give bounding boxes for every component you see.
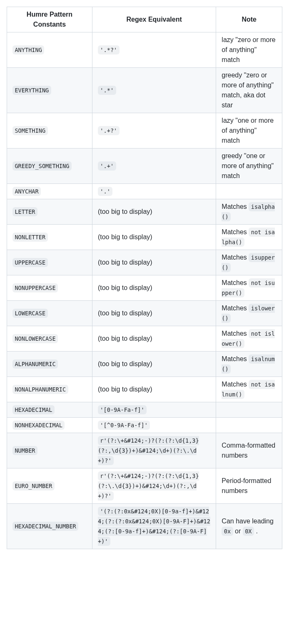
- cell-constant: LOWERCASE: [7, 301, 92, 326]
- note-text: Period-formatted numbers: [222, 477, 271, 494]
- table-row: NONLOWERCASE(too big to display)Matches …: [7, 326, 282, 352]
- note-text: Matches: [222, 254, 249, 261]
- note-text: Can have leading: [222, 518, 274, 525]
- note-text: or: [233, 528, 243, 535]
- cell-constant: EVERYTHING: [7, 68, 92, 113]
- constant-code: ANYCHAR: [12, 187, 41, 196]
- cell-constant: NONLETTER: [7, 225, 92, 250]
- table-row: NONLETTER(too big to display)Matches not…: [7, 225, 282, 250]
- regex-code: '.+?': [98, 126, 120, 135]
- cell-constant: GREEDY_SOMETHING: [7, 149, 92, 184]
- header-constants: Humre Pattern Constants: [7, 7, 92, 32]
- cell-constant: NONALPHANUMERIC: [7, 377, 92, 402]
- cell-regex: (too big to display): [92, 199, 216, 225]
- constant-code: HEXADECIMAL: [12, 405, 55, 414]
- cell-constant: HEXADECIMAL: [7, 402, 92, 418]
- cell-note: Can have leading 0x or 0X .: [216, 504, 282, 549]
- constant-code: NONALPHANUMERIC: [12, 385, 68, 394]
- table-row: NONHEXADECIMAL'[^0-9A-Fa-f]': [7, 418, 282, 433]
- note-text: greedy "zero or more of anything" match,…: [222, 72, 274, 109]
- note-text: Matches: [222, 330, 249, 337]
- regex-code: '[^0-9A-Fa-f]': [98, 421, 150, 429]
- cell-note: Matches not isalnum(): [216, 377, 282, 402]
- cell-note: Matches isupper(): [216, 250, 282, 275]
- cell-constant: HEXADECIMAL_NUMBER: [7, 504, 92, 549]
- cell-constant: ANYTHING: [7, 32, 92, 68]
- cell-regex: (too big to display): [92, 225, 216, 250]
- constant-code: ANYTHING: [12, 45, 44, 54]
- cell-note: lazy "one or more of anything" match: [216, 113, 282, 149]
- cell-note: [216, 418, 282, 433]
- regex-code: '.*': [98, 86, 116, 94]
- cell-note: greedy "zero or more of anything" match,…: [216, 68, 282, 113]
- note-code: 0x: [222, 527, 233, 535]
- table-row: EURO_NUMBERr'(?:\+&#124;-)?(?:(?:\d{1,3}…: [7, 468, 282, 504]
- cell-note: Matches not isalpha(): [216, 225, 282, 250]
- regex-text: (too big to display): [98, 360, 152, 367]
- regex-code: r'(?:\+&#124;-)?(?:(?:\d{1,3}(?:,\d{3})+…: [98, 436, 199, 465]
- cell-regex: (too big to display): [92, 301, 216, 326]
- table-row: NUMBERr'(?:\+&#124;-)?(?:(?:\d{1,3}(?:,\…: [7, 433, 282, 468]
- constant-code: EURO_NUMBER: [12, 481, 55, 490]
- note-text: greedy "one or more of anything" match: [222, 152, 274, 179]
- constant-code: HEXADECIMAL_NUMBER: [12, 522, 78, 530]
- cell-note: Period-formatted numbers: [216, 468, 282, 504]
- regex-code: '(?:(?:0x&#124;0X)[0-9a-f]+)&#124;(?:(?:…: [98, 507, 210, 545]
- constant-code: NONLOWERCASE: [12, 334, 58, 343]
- table-row: LOWERCASE(too big to display)Matches isl…: [7, 301, 282, 326]
- table-header-row: Humre Pattern Constants Regex Equivalent…: [7, 7, 282, 32]
- constant-code: LOWERCASE: [12, 309, 48, 317]
- cell-note: Matches not isupper(): [216, 275, 282, 301]
- cell-note: [216, 184, 282, 199]
- cell-note: Comma-formatted numbers: [216, 433, 282, 468]
- regex-text: (too big to display): [98, 233, 152, 240]
- regex-code: '.+': [98, 161, 116, 170]
- cell-note: Matches isalpha(): [216, 199, 282, 225]
- regex-text: (too big to display): [98, 386, 152, 393]
- cell-regex: '.*': [92, 68, 216, 113]
- constant-code: NUMBER: [12, 446, 37, 455]
- cell-regex: '(?:(?:0x&#124;0X)[0-9a-f]+)&#124;(?:(?:…: [92, 504, 216, 549]
- cell-note: Matches islower(): [216, 301, 282, 326]
- constant-code: NONHEXADECIMAL: [12, 421, 65, 429]
- constant-code: ALPHANUMERIC: [12, 359, 58, 368]
- header-regex: Regex Equivalent: [92, 7, 216, 32]
- regex-text: (too big to display): [98, 284, 152, 291]
- cell-regex: (too big to display): [92, 250, 216, 275]
- constant-code: LETTER: [12, 207, 37, 216]
- table-row: LETTER(too big to display)Matches isalph…: [7, 199, 282, 225]
- constants-table: Humre Pattern Constants Regex Equivalent…: [7, 7, 282, 549]
- cell-regex: '[^0-9A-Fa-f]': [92, 418, 216, 433]
- cell-constant: NONHEXADECIMAL: [7, 418, 92, 433]
- regex-text: (too big to display): [98, 208, 152, 215]
- header-note: Note: [216, 7, 282, 32]
- note-text: Matches: [222, 355, 249, 362]
- note-text: lazy "one or more of anything" match: [222, 117, 274, 144]
- table-row: NONUPPERCASE(too big to display)Matches …: [7, 275, 282, 301]
- cell-constant: LETTER: [7, 199, 92, 225]
- cell-constant: NONUPPERCASE: [7, 275, 92, 301]
- regex-text: (too big to display): [98, 259, 152, 266]
- cell-regex: (too big to display): [92, 326, 216, 352]
- note-text: Comma-formatted numbers: [222, 442, 275, 459]
- cell-regex: (too big to display): [92, 275, 216, 301]
- constant-code: NONLETTER: [12, 233, 48, 241]
- cell-note: Matches not islower(): [216, 326, 282, 352]
- table-row: ANYCHAR'.': [7, 184, 282, 199]
- note-code: 0X: [243, 527, 254, 535]
- table-row: ANYTHING'.*?'lazy "zero or more of anyth…: [7, 32, 282, 68]
- table-row: UPPERCASE(too big to display)Matches isu…: [7, 250, 282, 275]
- constant-code: EVERYTHING: [12, 86, 51, 94]
- constant-code: SOMETHING: [12, 126, 48, 135]
- cell-constant: EURO_NUMBER: [7, 468, 92, 504]
- cell-constant: SOMETHING: [7, 113, 92, 149]
- cell-regex: '.*?': [92, 32, 216, 68]
- regex-code: r'(?:\+&#124;-)?(?:(?:\d{1,3}(?:\.\d{3})…: [98, 471, 199, 500]
- regex-text: (too big to display): [98, 310, 152, 317]
- cell-note: greedy "one or more of anything" match: [216, 149, 282, 184]
- constant-code: NONUPPERCASE: [12, 283, 58, 292]
- cell-regex: '.+?': [92, 113, 216, 149]
- table-row: HEXADECIMAL'[0-9A-Fa-f]': [7, 402, 282, 418]
- cell-regex: (too big to display): [92, 352, 216, 377]
- table-body: ANYTHING'.*?'lazy "zero or more of anyth…: [7, 32, 282, 549]
